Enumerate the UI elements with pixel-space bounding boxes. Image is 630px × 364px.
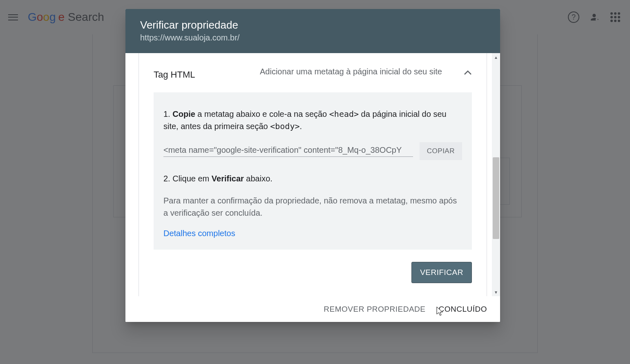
section-description: Adicionar uma metatag à página inicial d… bbox=[260, 65, 456, 78]
full-details-link[interactable]: Detalhes completos bbox=[163, 229, 235, 238]
instruction-note: Para manter a confirmação da propriedade… bbox=[163, 194, 462, 219]
modal-title: Verificar propriedade bbox=[140, 19, 485, 31]
verify-button[interactable]: VERIFICAR bbox=[411, 262, 472, 283]
modal-scrollbar[interactable]: ▲ ▼ bbox=[492, 53, 500, 296]
mouse-cursor-icon bbox=[436, 306, 445, 317]
html-tag-section-header[interactable]: Tag HTML Adicionar uma metatag à página … bbox=[139, 53, 487, 92]
section-title: Tag HTML bbox=[154, 65, 260, 80]
modal-url: https://www.sualoja.com.br/ bbox=[140, 33, 485, 42]
remove-property-button[interactable]: REMOVER PROPRIEDADE bbox=[324, 305, 425, 314]
modal-header: Verificar propriedade https://www.sualoj… bbox=[125, 9, 500, 53]
chevron-up-icon bbox=[464, 70, 472, 75]
scroll-up-arrow-icon[interactable]: ▲ bbox=[492, 53, 500, 61]
done-button[interactable]: CONCLUÍDO bbox=[438, 305, 487, 314]
instruction-step-1: 1. Copie a metatag abaixo e cole-a na se… bbox=[163, 108, 462, 132]
scroll-down-arrow-icon[interactable]: ▼ bbox=[492, 288, 500, 296]
meta-tag-text[interactable]: <meta name="google-site-verification" co… bbox=[163, 145, 413, 157]
copy-button[interactable]: COPIAR bbox=[420, 142, 462, 160]
verify-ownership-modal: Verificar propriedade https://www.sualoj… bbox=[125, 9, 500, 322]
modal-body: Tag HTML Adicionar uma metatag à página … bbox=[125, 53, 500, 296]
verify-button-row: VERIFICAR bbox=[139, 258, 487, 291]
instruction-step-2: 2. Clique em Verificar abaixo. bbox=[163, 172, 462, 185]
html-tag-section-body: 1. Copie a metatag abaixo e cole-a na se… bbox=[154, 92, 472, 250]
meta-tag-row: <meta name="google-site-verification" co… bbox=[163, 142, 462, 160]
scroll-thumb[interactable] bbox=[493, 157, 499, 239]
